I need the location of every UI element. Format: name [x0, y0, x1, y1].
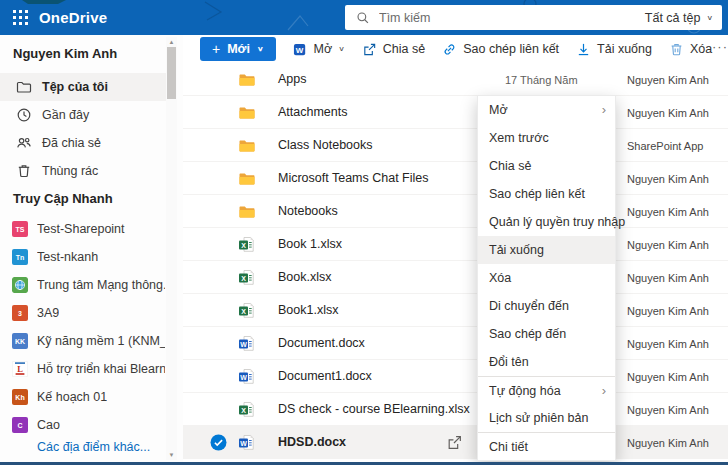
sidebar-scrollbar[interactable]: ▲ ▼: [166, 37, 177, 460]
sidebar-item-people[interactable]: Đã chia sẻ: [0, 129, 166, 157]
file-name[interactable]: Book 1.xlsx: [278, 237, 342, 251]
scrollbar-thumb[interactable]: [167, 47, 176, 99]
context-menu-item-label: Quản lý quyền truy nhập: [489, 215, 625, 229]
more-commands-button[interactable]: ···: [712, 39, 728, 54]
quick-access-item[interactable]: TnTest-nkanh: [0, 243, 183, 271]
search-input[interactable]: [379, 11, 645, 25]
file-name[interactable]: Document1.docx: [278, 369, 372, 383]
copy-link-button-label: Sao chép liên kết: [463, 42, 559, 56]
file-name[interactable]: HDSD.docx: [278, 435, 346, 449]
modified-by: Nguyen Kim Anh: [627, 239, 709, 251]
quick-access-item[interactable]: KhKế hoạch 01: [0, 383, 183, 411]
folder-icon: [238, 203, 256, 221]
svg-text:W: W: [240, 374, 247, 381]
file-list: Apps17 Tháng NămNguyen Kim AnhAttachment…: [183, 63, 728, 459]
file-name[interactable]: Attachments: [278, 105, 347, 119]
sidebar-item-label: Gần đây: [42, 108, 89, 122]
new-button-label: Mới: [227, 42, 250, 56]
file-name[interactable]: Notebooks: [278, 204, 338, 218]
context-menu-item[interactable]: Quản lý quyền truy nhập: [478, 208, 615, 236]
open-button[interactable]: W Mở ∨: [293, 42, 345, 57]
excel-icon: X: [238, 302, 256, 320]
context-menu-item[interactable]: Lịch sử phiên bản: [478, 404, 615, 432]
quick-access-item[interactable]: TSTest-Sharepoint: [0, 215, 183, 243]
modified-by: Nguyen Kim Anh: [627, 404, 709, 416]
context-menu-item[interactable]: Tải xuống: [478, 236, 615, 264]
table-row[interactable]: XBook 1.xlsxNguyen Kim Anh: [183, 228, 728, 261]
table-row[interactable]: Class NotebooksSharePoint App: [183, 129, 728, 162]
sidebar-item-clock[interactable]: Gần đây: [0, 101, 166, 129]
quick-access-item[interactable]: LHỗ trợ triển khai Blearn...: [0, 355, 183, 383]
modified-by: Nguyen Kim Anh: [627, 173, 709, 185]
svg-text:X: X: [241, 407, 246, 414]
context-menu-item[interactable]: Sao chép đến: [478, 320, 615, 348]
modified-by: SharePoint App: [627, 140, 703, 152]
context-menu-item[interactable]: Đổi tên: [478, 348, 615, 376]
word-icon: W: [238, 368, 256, 386]
quick-access-item[interactable]: KKKỹ năng mềm 1 (KNM_...: [0, 327, 183, 355]
more-places-link[interactable]: Các địa điểm khác...: [37, 440, 150, 454]
scroll-down-icon[interactable]: ▼: [166, 451, 177, 459]
excel-icon: X: [238, 236, 256, 254]
search-scope-dropdown[interactable]: Tất cả tệp ∨: [645, 11, 713, 25]
sidebar-item-folder[interactable]: Tệp của tôi: [0, 73, 166, 101]
onedrive-window: OneDrive Tất cả tệp ∨ Nguyen Kim Anh Tệp…: [0, 0, 728, 465]
copy-link-button[interactable]: Sao chép liên kết: [442, 42, 559, 57]
context-menu-item[interactable]: Di chuyển đến: [478, 292, 615, 320]
context-menu-item[interactable]: Chia sẻ: [478, 152, 615, 180]
file-name[interactable]: Apps: [278, 72, 307, 86]
file-name[interactable]: DS check - course BElearning.xlsx: [278, 402, 470, 416]
context-menu-item[interactable]: Tự động hóa›: [478, 376, 615, 404]
sidebar-item-trash[interactable]: Thùng rác: [0, 157, 166, 185]
table-row[interactable]: AttachmentsNguyen Kim Anh: [183, 96, 728, 129]
sidebar-user-name: Nguyen Kim Anh: [13, 46, 117, 61]
context-menu: Mở›Xem trướcChia sẻSao chép liên kếtQuản…: [477, 95, 616, 461]
context-menu-item-label: Chi tiết: [489, 440, 528, 454]
share-icon[interactable]: [446, 434, 463, 451]
delete-button[interactable]: Xóa: [669, 42, 712, 57]
quick-access-item[interactable]: Trung tâm Mạng thông...: [0, 271, 183, 299]
file-name[interactable]: Book.xlsx: [278, 270, 332, 284]
download-button-label: Tải xuống: [597, 42, 652, 56]
plus-icon: +: [212, 41, 220, 57]
quick-access-item[interactable]: 33A9: [0, 299, 183, 327]
file-name[interactable]: Class Notebooks: [278, 138, 373, 152]
table-row[interactable]: Apps17 Tháng NămNguyen Kim Anh: [183, 63, 728, 96]
app-title: OneDrive: [39, 0, 107, 35]
word-icon: W: [238, 335, 256, 353]
selected-check-icon[interactable]: [210, 434, 227, 451]
file-name[interactable]: Microsoft Teams Chat Files: [278, 171, 429, 185]
file-name[interactable]: Book1.xlsx: [278, 303, 338, 317]
open-button-label: Mở: [314, 42, 333, 56]
quick-access-item[interactable]: CCao: [0, 411, 183, 439]
file-name[interactable]: Document.docx: [278, 336, 365, 350]
context-menu-item[interactable]: Chi tiết: [478, 432, 615, 460]
context-menu-item[interactable]: Mở›: [478, 96, 615, 124]
new-button[interactable]: + Mới ∨: [200, 37, 276, 61]
scroll-up-icon[interactable]: ▲: [166, 38, 177, 46]
folder-icon: [238, 104, 256, 122]
excel-icon: X: [238, 269, 256, 287]
context-menu-item[interactable]: Xóa: [478, 264, 615, 292]
download-button[interactable]: Tải xuống: [576, 42, 652, 57]
app-launcher-icon[interactable]: [10, 7, 32, 29]
table-row[interactable]: WDocument1.docxNguyen Kim Anh: [183, 360, 728, 393]
search-bar[interactable]: Tất cả tệp ∨: [345, 5, 722, 30]
table-row[interactable]: XDS check - course BElearning.xlsxNguyen…: [183, 393, 728, 426]
context-menu-item-label: Chia sẻ: [489, 159, 531, 173]
table-row[interactable]: Microsoft Teams Chat FilesNguyen Kim Anh: [183, 162, 728, 195]
table-row[interactable]: WDocument.docxNguyen Kim Anh: [183, 327, 728, 360]
main-content: + Mới ∨ W Mở ∨ Chia sẻ Sao chép liên kết…: [183, 35, 728, 462]
table-row[interactable]: NotebooksNguyen Kim Anh: [183, 195, 728, 228]
share-button[interactable]: Chia sẻ: [362, 42, 425, 57]
quick-access-label: Hỗ trợ triển khai Blearn...: [37, 362, 165, 376]
table-row[interactable]: WHDSD.docxNguyen Kim Anh: [183, 426, 728, 459]
context-menu-item[interactable]: Xem trước: [478, 124, 615, 152]
table-row[interactable]: XBook.xlsxNguyen Kim Anh: [183, 261, 728, 294]
context-menu-item[interactable]: Sao chép liên kết: [478, 180, 615, 208]
quick-access-label: Trung tâm Mạng thông...: [37, 278, 165, 292]
quick-access-list: TSTest-SharepointTnTest-nkanhTrung tâm M…: [0, 215, 183, 439]
chevron-right-icon: ›: [602, 377, 606, 405]
quick-access-label: Test-nkanh: [37, 250, 98, 264]
table-row[interactable]: XBook1.xlsxNguyen Kim Anh: [183, 294, 728, 327]
